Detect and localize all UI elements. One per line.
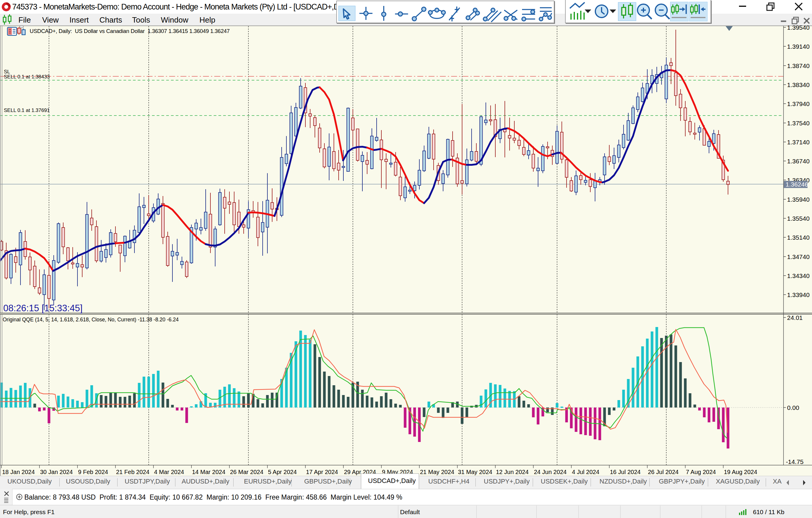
- svg-text:21 Feb 2024: 21 Feb 2024: [116, 469, 149, 475]
- svg-text:1.35940: 1.35940: [787, 196, 810, 203]
- svg-text:24 Jun 2024: 24 Jun 2024: [534, 469, 567, 475]
- svg-text:14 Mar 2024: 14 Mar 2024: [192, 469, 225, 475]
- svg-text:9 Feb 2024: 9 Feb 2024: [78, 469, 108, 475]
- svg-text:19 Aug 2024: 19 Aug 2024: [724, 469, 757, 475]
- svg-text:4 Mar 2024: 4 Mar 2024: [154, 469, 184, 475]
- svg-text:1.36246: 1.36246: [786, 181, 808, 188]
- svg-text:-14.75: -14.75: [786, 458, 804, 465]
- svg-text:USDCAD+, Daily: US Dollar vs: USDCAD+, Daily: US Dollar vs Canadian Do…: [30, 28, 230, 34]
- svg-text:12 Jun 2024: 12 Jun 2024: [496, 469, 528, 475]
- svg-text:0.00: 0.00: [787, 404, 799, 411]
- svg-text:1.33940: 1.33940: [787, 291, 810, 298]
- svg-text:1.36740: 1.36740: [787, 158, 810, 165]
- svg-text:4 Jul 2024: 4 Jul 2024: [572, 469, 599, 475]
- svg-text:26 Mar 2024: 26 Mar 2024: [230, 469, 263, 475]
- svg-text:Original QQE (14, 5, 14, 1.618: Original QQE (14, 5, 14, 1.618, 2.618, C…: [3, 317, 179, 323]
- svg-text:1.39140: 1.39140: [787, 43, 810, 50]
- svg-text:30 Jan 2024: 30 Jan 2024: [40, 469, 73, 475]
- svg-text:08:26:15 [15:33:45]: 08:26:15 [15:33:45]: [3, 303, 83, 313]
- svg-text:SELL 0.1 at 1.38433: SELL 0.1 at 1.38433: [4, 74, 50, 80]
- svg-text:1.38340: 1.38340: [787, 81, 810, 88]
- svg-text:1.39540: 1.39540: [787, 24, 810, 31]
- svg-text:26 Jul 2024: 26 Jul 2024: [648, 469, 678, 475]
- svg-text:24.01: 24.01: [787, 314, 803, 321]
- svg-text:16 Jul 2024: 16 Jul 2024: [610, 469, 640, 475]
- svg-text:17 Apr 2024: 17 Apr 2024: [306, 469, 338, 475]
- svg-text:1.34740: 1.34740: [787, 253, 810, 260]
- svg-text:18 Jan 2024: 18 Jan 2024: [2, 469, 35, 475]
- svg-text:1.37540: 1.37540: [787, 120, 810, 127]
- svg-text:1.37940: 1.37940: [787, 100, 810, 107]
- svg-text:5 Apr 2024: 5 Apr 2024: [268, 469, 297, 475]
- svg-text:21 May 2024: 21 May 2024: [420, 469, 454, 475]
- svg-text:SELL 0.1 at 1.37691: SELL 0.1 at 1.37691: [4, 108, 50, 113]
- svg-text:31 May 2024: 31 May 2024: [458, 469, 492, 475]
- svg-text:7 Aug 2024: 7 Aug 2024: [686, 469, 716, 475]
- svg-text:1.37140: 1.37140: [787, 139, 810, 145]
- svg-text:1.35540: 1.35540: [787, 215, 810, 222]
- svg-text:1.38740: 1.38740: [787, 62, 810, 69]
- svg-text:1.35140: 1.35140: [787, 234, 810, 241]
- svg-text:1.34340: 1.34340: [787, 272, 810, 279]
